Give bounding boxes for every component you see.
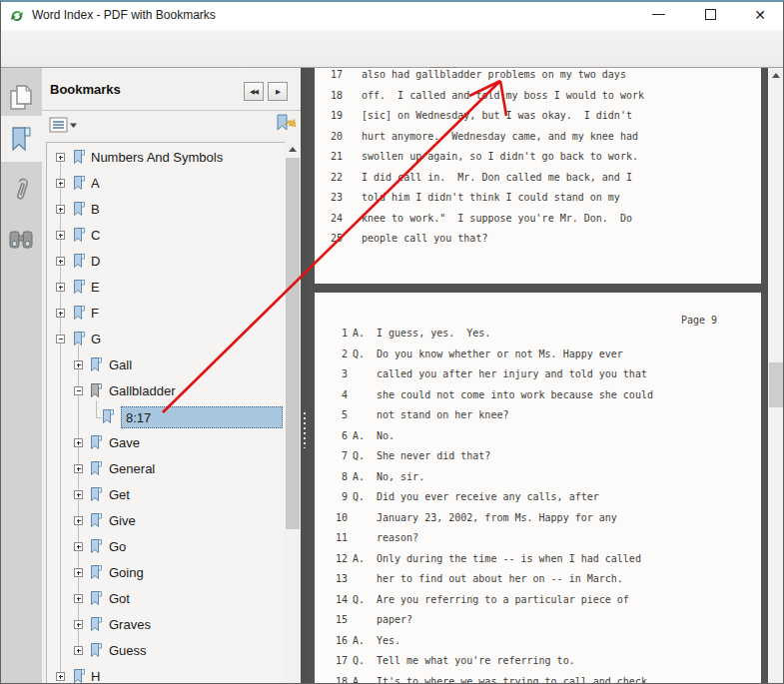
expand-panel-button[interactable]: ▶ xyxy=(268,82,288,101)
bookmark-label[interactable]: B xyxy=(91,197,100,223)
transcript-line: 20hurt anymore. Wednesday came, and my k… xyxy=(315,131,761,142)
bookmark-label[interactable]: D xyxy=(91,249,100,275)
bookmark-label[interactable]: C xyxy=(91,223,100,249)
expand-toggle[interactable] xyxy=(56,205,65,214)
bookmark-label[interactable]: Go xyxy=(109,534,126,560)
line-number: 14 xyxy=(315,594,348,605)
expand-toggle[interactable] xyxy=(74,464,83,473)
line-text: knee to work." I suppose you're Mr. Don.… xyxy=(362,213,632,224)
bookmark-label[interactable]: H xyxy=(91,664,100,684)
goto-bookmark-icon[interactable] xyxy=(275,113,297,133)
expand-toggle[interactable] xyxy=(56,335,65,343)
bookmark-item-b[interactable]: B xyxy=(47,197,285,223)
expand-toggle[interactable] xyxy=(74,542,83,551)
bookmark-label[interactable]: A xyxy=(91,171,100,197)
bookmark-item-going[interactable]: Going xyxy=(47,560,285,586)
expand-toggle[interactable] xyxy=(56,231,65,240)
bookmark-label[interactable]: Gallbladder xyxy=(109,378,176,404)
bookmark-label[interactable]: Get xyxy=(109,482,130,508)
transcript-line: 8A.No, sir. xyxy=(315,471,761,482)
scroll-up-icon xyxy=(289,147,297,152)
page-thumbnails-tab[interactable] xyxy=(0,76,42,120)
bookmark-item-go[interactable]: Go xyxy=(47,534,285,560)
expand-toggle[interactable] xyxy=(74,438,83,447)
expand-toggle[interactable] xyxy=(56,309,65,318)
bookmark-item-gall[interactable]: Gall xyxy=(47,352,285,378)
line-text: her to find out about her on -- in March… xyxy=(377,573,623,584)
expand-toggle[interactable] xyxy=(56,672,65,681)
bookmark-icon xyxy=(89,382,103,403)
bookmark-label[interactable]: Got xyxy=(109,586,130,612)
minimize-button[interactable] xyxy=(635,0,681,29)
bookmark-item-8-17[interactable]: 8:17 xyxy=(47,404,285,430)
bookmark-options-icon[interactable] xyxy=(49,116,79,134)
bookmark-label[interactable]: Gall xyxy=(109,352,132,378)
search-tab[interactable] xyxy=(0,218,42,262)
bookmark-label[interactable]: General xyxy=(109,456,155,482)
bookmarks-tab[interactable] xyxy=(0,116,42,162)
transcript-line: 19[sic] on Wednesday, but I was okay. I … xyxy=(315,110,761,121)
expand-toggle[interactable] xyxy=(74,490,83,499)
expand-toggle[interactable] xyxy=(74,646,83,655)
bookmark-label[interactable]: G xyxy=(91,327,101,352)
document-scrollbar[interactable] xyxy=(768,68,784,684)
panel-splitter[interactable] xyxy=(301,68,308,684)
line-text: off. I called and told my boss I would t… xyxy=(362,90,644,101)
bookmark-label[interactable]: F xyxy=(91,301,99,327)
line-text: also had gallbladder problems on my two … xyxy=(362,69,626,80)
line-number: 9 xyxy=(315,491,348,502)
bookmark-icon xyxy=(72,305,86,326)
bookmark-item-a[interactable]: A xyxy=(47,171,285,197)
expand-toggle[interactable] xyxy=(56,283,65,292)
bookmark-label[interactable]: Numbers And Symbols xyxy=(91,145,223,171)
speaker-label xyxy=(353,532,372,543)
transcript-line: 18A.It's to where we was trying to call … xyxy=(315,676,761,684)
bookmark-item-numbers-and-symbols[interactable]: Numbers And Symbols xyxy=(47,145,285,171)
bookmark-label[interactable]: Guess xyxy=(109,638,147,664)
bookmark-item-g[interactable]: G xyxy=(47,327,285,352)
bookmark-item-give[interactable]: Give xyxy=(47,508,285,534)
bookmark-item-gave[interactable]: Gave xyxy=(47,430,285,456)
expand-toggle[interactable] xyxy=(56,179,65,188)
line-text: Do you know whether or not Ms. Happy eve… xyxy=(377,348,623,359)
bookmark-item-got[interactable]: Got xyxy=(47,586,285,612)
bookmark-label[interactable]: E xyxy=(91,275,100,301)
line-number: 19 xyxy=(315,110,343,121)
bookmark-item-guess[interactable]: Guess xyxy=(47,638,285,664)
expand-toggle[interactable] xyxy=(74,568,83,577)
attachments-tab[interactable] xyxy=(0,168,42,212)
bookmarks-scrollbar[interactable] xyxy=(285,142,301,684)
expand-toggle[interactable] xyxy=(74,620,83,629)
expand-toggle[interactable] xyxy=(74,594,83,603)
collapse-panel-button[interactable]: ◀◀ xyxy=(244,82,264,101)
bookmark-item-c[interactable]: C xyxy=(47,223,285,249)
bookmark-label[interactable]: Graves xyxy=(109,612,151,638)
transcript-line: 25people call you that? xyxy=(315,233,761,244)
expand-toggle[interactable] xyxy=(56,257,65,266)
bookmark-label[interactable]: 8:17 xyxy=(121,406,283,428)
transcript-line: 7Q.She never did that? xyxy=(315,450,761,461)
bookmark-item-d[interactable]: D xyxy=(47,249,285,275)
bookmark-item-general[interactable]: General xyxy=(47,456,285,482)
bookmark-label[interactable]: Give xyxy=(109,508,136,534)
bookmark-item-h[interactable]: H xyxy=(47,664,285,684)
expand-toggle[interactable] xyxy=(74,386,83,395)
bookmark-item-f[interactable]: F xyxy=(47,301,285,327)
expand-toggle[interactable] xyxy=(74,516,83,525)
expand-toggle[interactable] xyxy=(74,360,83,369)
bookmark-item-graves[interactable]: Graves xyxy=(47,612,285,638)
maximize-button[interactable] xyxy=(687,0,733,29)
expand-toggle[interactable] xyxy=(56,153,65,162)
bookmarks-scrollbar-thumb[interactable] xyxy=(286,158,300,529)
bookmark-label[interactable]: Gave xyxy=(109,430,140,456)
bookmark-item-get[interactable]: Get xyxy=(47,482,285,508)
bookmark-icon xyxy=(89,564,103,585)
bookmark-item-gallbladder[interactable]: Gallbladder xyxy=(47,378,285,404)
line-text: swollen up again, so I didn't go back to… xyxy=(362,151,638,162)
document-scrollbar-thumb[interactable] xyxy=(769,362,783,407)
bookmark-item-e[interactable]: E xyxy=(47,275,285,301)
bookmark-label[interactable]: Going xyxy=(109,560,144,586)
line-text: reason? xyxy=(377,532,418,543)
bookmark-icon xyxy=(72,331,86,351)
close-button[interactable]: ✕ xyxy=(737,0,783,29)
